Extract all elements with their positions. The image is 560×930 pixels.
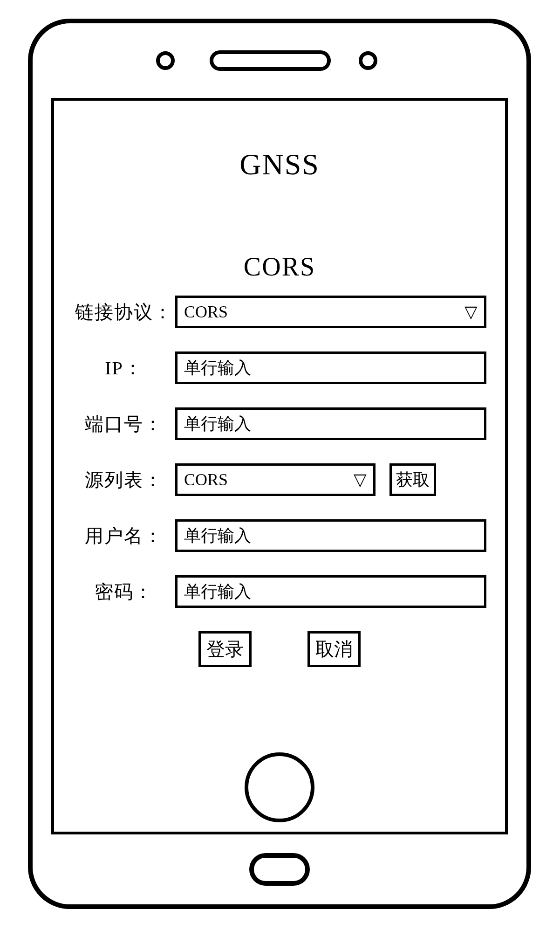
port-input-placeholder: 单行输入 bbox=[184, 413, 251, 435]
protocol-select-value: CORS bbox=[184, 302, 228, 322]
row-username: 用户名： 单行输入 bbox=[73, 519, 486, 552]
row-port: 端口号： 单行输入 bbox=[73, 407, 486, 440]
source-list-select[interactable]: CORS ▽ bbox=[175, 463, 376, 496]
button-row: 登录 取消 bbox=[73, 631, 486, 667]
fetch-button-label: 获取 bbox=[396, 468, 430, 491]
speaker-grille-icon bbox=[210, 50, 331, 71]
section-title: CORS bbox=[73, 252, 486, 282]
sensor-right-icon bbox=[359, 51, 377, 70]
canvas: GNSS CORS 链接协议： CORS ▽ IP： 单行输入 bbox=[0, 0, 560, 930]
login-button[interactable]: 登录 bbox=[198, 631, 252, 667]
protocol-select[interactable]: CORS ▽ bbox=[175, 296, 486, 328]
row-protocol: 链接协议： CORS ▽ bbox=[73, 296, 486, 328]
cancel-button[interactable]: 取消 bbox=[307, 631, 361, 667]
chevron-down-icon: ▽ bbox=[464, 303, 478, 320]
username-input-placeholder: 单行输入 bbox=[184, 524, 251, 547]
sensor-left-icon bbox=[156, 51, 175, 70]
login-button-label: 登录 bbox=[206, 639, 244, 660]
label-password: 密码： bbox=[73, 579, 175, 605]
home-pill-icon[interactable] bbox=[249, 853, 310, 886]
row-source-list: 源列表： CORS ▽ 获取 bbox=[73, 463, 486, 496]
row-password: 密码： 单行输入 bbox=[73, 575, 486, 608]
username-input[interactable]: 单行输入 bbox=[175, 519, 486, 552]
password-input-placeholder: 单行输入 bbox=[184, 580, 251, 603]
screen: GNSS CORS 链接协议： CORS ▽ IP： 单行输入 bbox=[51, 98, 508, 834]
password-input[interactable]: 单行输入 bbox=[175, 575, 486, 608]
chevron-down-icon: ▽ bbox=[354, 471, 367, 488]
cancel-button-label: 取消 bbox=[315, 639, 353, 660]
fetch-button[interactable]: 获取 bbox=[389, 463, 436, 496]
label-protocol: 链接协议： bbox=[73, 299, 175, 325]
page-title: GNSS bbox=[73, 147, 486, 182]
label-port: 端口号： bbox=[73, 411, 175, 437]
row-ip: IP： 单行输入 bbox=[73, 351, 486, 384]
ip-input[interactable]: 单行输入 bbox=[175, 351, 486, 384]
ip-input-placeholder: 单行输入 bbox=[184, 357, 251, 379]
home-circle-icon bbox=[245, 752, 314, 822]
port-input[interactable]: 单行输入 bbox=[175, 407, 486, 440]
label-source-list: 源列表： bbox=[73, 467, 175, 493]
label-ip: IP： bbox=[73, 355, 175, 381]
phone-outline: GNSS CORS 链接协议： CORS ▽ IP： 单行输入 bbox=[28, 19, 531, 909]
label-username: 用户名： bbox=[73, 523, 175, 549]
source-list-select-value: CORS bbox=[184, 470, 228, 489]
